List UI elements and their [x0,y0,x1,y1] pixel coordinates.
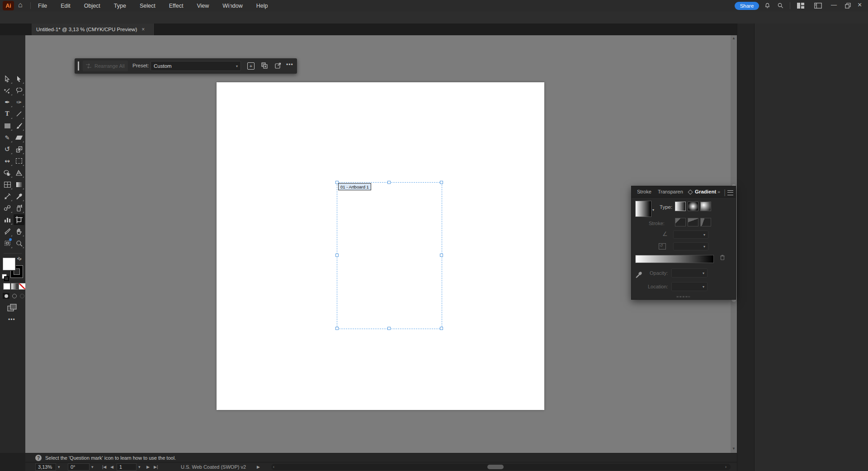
print-tiling-tool[interactable] [2,238,13,249]
curvature-tool[interactable]: ✑ [14,97,24,108]
width-tool[interactable]: ↭ [2,155,13,166]
search-icon[interactable] [777,2,784,9]
draw-normal-button[interactable] [3,293,9,299]
free-transform-tool[interactable] [14,155,24,166]
selection-handle[interactable] [335,254,339,257]
gradient-eyedropper-icon[interactable] [635,271,642,278]
mesh-tool[interactable] [2,179,13,190]
close-button[interactable]: × [858,1,862,9]
color-profile-text[interactable]: U.S. Web Coated (SWOP) v2 [181,464,246,470]
menu-select[interactable]: Select [139,3,156,9]
column-graph-tool[interactable] [2,214,13,225]
knife-tool[interactable] [2,191,13,202]
restore-button[interactable] [845,3,851,9]
eyedropper-tool[interactable] [14,191,24,202]
edit-toolbar-icon[interactable]: ••• [8,316,15,323]
draw-inside-button[interactable] [19,293,25,299]
question-mark-icon[interactable]: ? [35,455,42,461]
none-mode-button[interactable] [19,283,26,290]
close-tab-icon[interactable]: × [142,26,145,33]
blend-tool[interactable] [2,203,13,213]
fill-color-swatch[interactable] [3,258,15,270]
panel-resize-grip[interactable] [677,296,690,297]
artboard-name-tag[interactable]: 01 - Artboard 1 [338,183,371,190]
line-segment-tool[interactable] [14,108,24,119]
rotate-tool[interactable]: ↺ [2,144,13,155]
menu-edit[interactable]: Edit [60,3,71,9]
chevron-down-icon[interactable]: ▾ [652,208,654,212]
shape-builder-tool[interactable] [2,167,13,178]
artboard-chevron-icon[interactable]: ▾ [138,465,141,469]
scroll-down-arrow[interactable]: ▼ [732,447,736,451]
lasso-tool[interactable] [14,85,24,96]
selection-handle[interactable] [335,327,339,330]
share-button[interactable]: Share [735,2,759,10]
radial-gradient-type-button[interactable] [688,202,698,211]
zoom-level-input[interactable]: 3,13% [35,463,56,471]
zoom-chevron-icon[interactable]: ▾ [58,465,60,469]
rotation-chevron-icon[interactable]: ▾ [91,465,94,469]
artboard-number-input[interactable]: 1 [117,463,137,471]
menu-type[interactable]: Type [113,3,127,9]
color-mode-button[interactable] [3,283,10,290]
zoom-tool[interactable] [14,238,24,249]
document-tab[interactable]: Untitled-1* @ 3,13 % (CMYK/CPU Preview) … [32,24,155,35]
rectangle-tool[interactable] [2,120,13,131]
gradient-slider-bar[interactable] [635,255,714,263]
rotation-input[interactable]: 0° [68,463,90,471]
type-tool[interactable]: T [2,108,13,119]
perspective-grid-tool[interactable] [14,167,24,178]
gradient-panel-menu-icon[interactable] [727,190,733,195]
eraser-tool[interactable] [14,132,24,143]
previous-artboard-icon[interactable]: ◀ [110,465,113,469]
scroll-left-arrow[interactable]: ‹ [273,465,274,469]
first-artboard-icon[interactable]: |◀ [102,465,106,469]
selection-tool[interactable] [14,73,24,84]
more-options-icon[interactable]: ••• [286,61,293,68]
default-fill-stroke-icon[interactable] [2,274,7,279]
horizontal-scrollbar[interactable]: ‹ › [271,464,731,470]
last-artboard-icon[interactable]: ▶| [154,465,158,469]
linear-gradient-type-button[interactable] [675,202,686,211]
next-artboard-icon[interactable]: ▶ [146,465,150,469]
notifications-bell-icon[interactable] [764,2,771,9]
gradient-mode-button[interactable] [11,283,18,290]
shaper-tool[interactable]: ✎ [2,132,13,143]
gradient-swatch[interactable] [635,201,651,217]
selection-handle[interactable] [387,327,391,330]
menu-object[interactable]: Object [83,3,101,9]
symbol-sprayer-tool[interactable] [14,203,24,213]
artboard-selection-outline[interactable] [337,182,442,329]
horizontal-scroll-thumb[interactable] [487,465,504,469]
slice-tool[interactable] [2,226,13,237]
menu-window[interactable]: Window [222,3,243,9]
new-artboard-button[interactable]: + [247,62,255,70]
status-flyout-icon[interactable]: ▶ [257,465,260,469]
panel-layout-icon[interactable] [814,3,822,9]
hand-tool[interactable] [14,226,24,237]
gradient-panel-tab[interactable]: Gradient [695,189,716,194]
canvas[interactable]: 01 - Artboard 1 ▲ ▼ [25,35,737,453]
menu-help[interactable]: Help [255,3,269,9]
scroll-right-arrow[interactable]: › [725,465,726,469]
pen-tool[interactable]: ✒ [2,97,13,108]
swap-fill-stroke-icon[interactable]: ⇄ [16,255,23,263]
magic-wand-tool[interactable] [2,85,13,96]
selection-handle[interactable] [440,181,443,184]
draw-behind-button[interactable] [11,293,18,299]
menu-view[interactable]: View [196,3,210,9]
gradient-tool[interactable] [14,179,24,190]
home-icon[interactable]: ⌂ [18,1,23,9]
menu-file[interactable]: File [37,3,48,9]
paintbrush-tool[interactable] [14,120,24,131]
transparency-panel-tab[interactable]: Transparen [658,189,686,194]
selection-handle[interactable] [387,181,391,184]
app-logo[interactable]: Ai [3,1,14,10]
duplicate-artboard-icon[interactable] [261,62,268,69]
exit-artboard-mode-icon[interactable] [274,62,282,69]
selection-handle[interactable] [440,327,443,330]
stroke-panel-tab[interactable]: Stroke [637,189,651,194]
scale-tool[interactable] [14,144,24,155]
direct-selection-tool[interactable] [2,73,13,84]
screen-mode-icon[interactable] [7,304,17,312]
